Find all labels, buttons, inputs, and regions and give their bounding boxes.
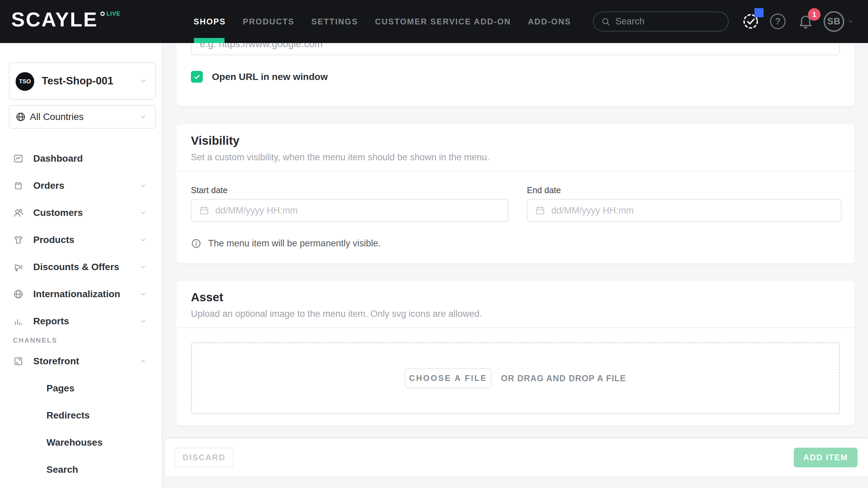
scayle-logo: SCAYLE LIVE — [11, 10, 121, 29]
search-icon — [601, 17, 611, 26]
url-input[interactable] — [191, 43, 840, 55]
asset-card: Asset Upload an optional image to the me… — [176, 281, 854, 425]
shop-avatar: TSO — [16, 72, 34, 91]
active-tab-indicator — [194, 38, 224, 43]
main-nav: SHOPS PRODUCTS SETTINGS CUSTOMER SERVICE… — [194, 0, 571, 43]
visibility-card: Visibility Set a custom visibility, when… — [176, 124, 854, 263]
chevron-down-icon — [139, 209, 147, 216]
visibility-info-text: The menu item will be permanently visibl… — [208, 238, 381, 249]
chevron-down-icon — [139, 182, 147, 189]
tab-shops[interactable]: SHOPS — [194, 17, 226, 26]
sidebar-item-internationalization[interactable]: Internationalization — [0, 281, 162, 308]
shop-name: Test-Shop-001 — [42, 75, 113, 87]
asset-subtitle: Upload an optional image to the menu ite… — [191, 309, 482, 319]
calendar-icon — [199, 205, 209, 216]
customers-icon — [13, 207, 24, 218]
sidebar-item-storefront[interactable]: Storefront — [0, 348, 162, 375]
globe-icon — [15, 111, 26, 122]
divider — [176, 327, 854, 328]
shop-selector[interactable]: TSO Test-Shop-001 — [9, 62, 156, 100]
tab-add-ons[interactable]: ADD-ONS — [528, 17, 571, 26]
file-dropzone[interactable]: CHOOSE A FILE OR DRAG AND DROP A FILE — [191, 342, 840, 414]
user-menu-chevron-down-icon[interactable] — [847, 18, 854, 24]
divider — [176, 171, 854, 171]
storefront-subitems: Pages Redirects Warehouses Search — [0, 375, 162, 483]
chevron-down-icon — [138, 113, 148, 121]
storefront-icon — [13, 356, 24, 367]
global-search[interactable] — [593, 12, 729, 32]
channel-group: Storefront — [0, 348, 162, 375]
sidebar-item-orders[interactable]: Orders — [0, 172, 162, 199]
dashboard-icon — [13, 153, 24, 164]
tab-products[interactable]: PRODUCTS — [243, 17, 294, 26]
visibility-title: Visibility — [191, 134, 239, 147]
sidebar-item-dashboard[interactable]: Dashboard — [0, 145, 162, 172]
drag-drop-hint: OR DRAG AND DROP A FILE — [501, 373, 626, 383]
logo-circle-icon — [100, 12, 105, 16]
discounts-megaphone-icon — [13, 262, 24, 272]
footer-action-bar: DISCARD ADD ITEM — [165, 439, 868, 476]
url-card: Open URL in new window — [176, 43, 854, 106]
chevron-up-icon — [139, 358, 147, 365]
tab-customer-service-add-on[interactable]: CUSTOMER SERVICE ADD-ON — [375, 17, 511, 26]
chevron-down-icon — [139, 318, 147, 325]
sidebar-item-products[interactable]: Products — [0, 226, 162, 253]
end-date-label: End date — [527, 185, 561, 195]
asset-title: Asset — [191, 290, 223, 304]
info-icon — [191, 238, 201, 249]
end-date-input[interactable] — [551, 205, 833, 216]
sidebar-item-pages[interactable]: Pages — [0, 375, 162, 402]
country-name: All Countries — [30, 111, 84, 122]
notification-count-badge: 1 — [808, 8, 821, 21]
start-date-input[interactable] — [215, 205, 500, 216]
end-date-field[interactable] — [527, 199, 842, 222]
task-status-icon[interactable] — [742, 13, 760, 30]
products-icon — [13, 235, 24, 245]
search-input[interactable] — [615, 16, 735, 27]
open-url-checkbox-row[interactable]: Open URL in new window — [191, 71, 328, 83]
choose-file-button[interactable]: CHOOSE A FILE — [405, 368, 492, 388]
reports-bar-chart-icon — [13, 316, 24, 327]
sidebar: TSO Test-Shop-001 All Countries Dashboar… — [0, 43, 162, 488]
start-date-label: Start date — [191, 185, 228, 195]
add-item-button[interactable]: ADD ITEM — [794, 448, 857, 467]
discard-button[interactable]: DISCARD — [175, 448, 234, 467]
notifications-bell-icon[interactable]: 1 — [797, 13, 814, 30]
sidebar-item-redirects[interactable]: Redirects — [0, 402, 162, 429]
sidebar-item-customers[interactable]: Customers — [0, 199, 162, 226]
sidebar-item-warehouses[interactable]: Warehouses — [0, 429, 162, 456]
orders-icon — [13, 180, 24, 191]
visibility-subtitle: Set a custom visibility, when the menu i… — [191, 152, 489, 163]
sidebar-item-search[interactable]: Search — [0, 456, 162, 483]
visibility-info-row: The menu item will be permanently visibl… — [191, 238, 381, 249]
sidebar-menu: Dashboard Orders Customers — [0, 145, 162, 335]
calendar-icon — [535, 205, 545, 216]
sidebar-item-discounts-offers[interactable]: Discounts & Offers — [0, 253, 162, 281]
checkbox-checked-icon[interactable] — [191, 71, 203, 83]
logo-text: SCAYLE — [11, 10, 98, 29]
country-selector[interactable]: All Countries — [9, 105, 156, 129]
chevron-down-icon — [138, 77, 148, 85]
user-avatar[interactable]: SB — [824, 11, 844, 32]
start-date-field[interactable] — [191, 199, 509, 222]
sidebar-item-reports[interactable]: Reports — [0, 308, 162, 335]
chevron-down-icon — [139, 264, 147, 270]
chevron-down-icon — [139, 237, 147, 243]
live-badge: LIVE — [106, 11, 121, 17]
internationalization-globe-icon — [13, 289, 24, 300]
help-icon[interactable]: ? — [770, 14, 786, 29]
channels-section-label: CHANNELS — [13, 335, 57, 345]
task-badge — [754, 8, 764, 17]
top-header: SCAYLE LIVE SHOPS PRODUCTS SETTINGS CUST… — [0, 0, 868, 43]
tab-settings[interactable]: SETTINGS — [311, 17, 358, 26]
checkbox-label: Open URL in new window — [212, 72, 328, 82]
chevron-down-icon — [139, 291, 147, 298]
